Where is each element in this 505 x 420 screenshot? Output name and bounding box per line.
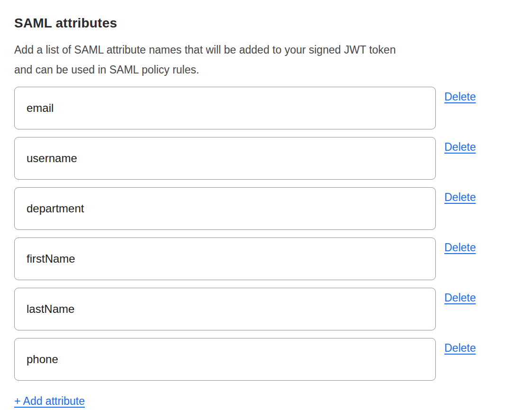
attribute-input-firstname[interactable] xyxy=(14,237,436,280)
section-description-line-2: and can be used in SAML policy rules. xyxy=(14,60,491,80)
delete-link-email[interactable]: Delete xyxy=(444,91,476,103)
attribute-input-email[interactable] xyxy=(14,87,436,129)
attribute-input-username[interactable] xyxy=(14,137,436,180)
delete-link-lastname[interactable]: Delete xyxy=(444,292,476,304)
section-title: SAML attributes xyxy=(14,15,491,31)
attribute-row-firstname: Delete xyxy=(14,237,491,280)
attribute-row-department: Delete xyxy=(14,187,491,230)
attribute-input-lastname[interactable] xyxy=(14,288,436,330)
attribute-input-phone[interactable] xyxy=(14,338,436,381)
add-attribute-link[interactable]: + Add attribute xyxy=(14,395,85,408)
attribute-row-username: Delete xyxy=(14,137,491,180)
delete-link-phone[interactable]: Delete xyxy=(444,342,476,355)
attribute-row-phone: Delete xyxy=(14,338,491,381)
delete-link-firstname[interactable]: Delete xyxy=(444,241,476,254)
delete-link-department[interactable]: Delete xyxy=(444,191,476,204)
saml-attributes-panel: SAML attributes Add a list of SAML attri… xyxy=(0,0,505,420)
attribute-row-lastname: Delete xyxy=(14,288,491,330)
attribute-row-email: Delete xyxy=(14,87,491,129)
section-description: Add a list of SAML attribute names that … xyxy=(14,40,491,80)
section-description-line-1: Add a list of SAML attribute names that … xyxy=(14,40,491,60)
attribute-input-department[interactable] xyxy=(14,187,436,230)
delete-link-username[interactable]: Delete xyxy=(444,141,476,154)
attribute-list: Delete Delete Delete Delete Delete Delet… xyxy=(14,87,491,381)
